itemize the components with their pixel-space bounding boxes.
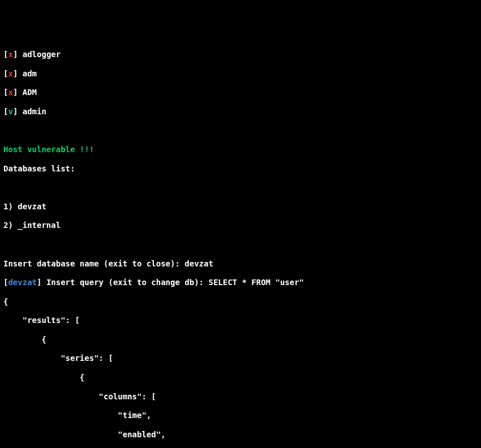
- json-output: {: [3, 297, 478, 307]
- db-context: devzat: [8, 278, 37, 287]
- status-mark: x: [8, 69, 12, 78]
- db-name-input[interactable]: devzat: [184, 259, 213, 268]
- json-output: "enabled",: [3, 430, 478, 440]
- status-mark: x: [8, 88, 12, 97]
- terminal-output: [x] adlogger [x] adm [x] ADM [v] admin H…: [3, 40, 478, 448]
- json-output: "time",: [3, 411, 478, 420]
- db-list-item: 1) devzat: [3, 202, 478, 212]
- json-output: "results": [: [3, 316, 478, 325]
- query-input[interactable]: SELECT * FROM "user": [208, 278, 304, 287]
- db-list-header: Databases list:: [3, 164, 478, 174]
- status-mark: v: [8, 107, 12, 116]
- attempt-line: [x] adm: [3, 69, 478, 79]
- attempt-line: [v] admin: [3, 107, 478, 117]
- json-output: "series": [: [3, 354, 478, 363]
- attempt-line: [x] ADM: [3, 88, 478, 97]
- json-output: "columns": [: [3, 392, 478, 402]
- json-output: {: [3, 373, 478, 382]
- status-mark: x: [8, 50, 12, 59]
- db-name-prompt[interactable]: Insert database name (exit to close): de…: [3, 259, 478, 269]
- vulnerable-banner: Host vulnerable !!!: [3, 145, 478, 154]
- query-prompt[interactable]: [devzat] Insert query (exit to change db…: [3, 278, 478, 287]
- db-list-item: 2) _internal: [3, 221, 478, 230]
- json-output: {: [3, 335, 478, 344]
- attempt-line: [x] adlogger: [3, 50, 478, 59]
